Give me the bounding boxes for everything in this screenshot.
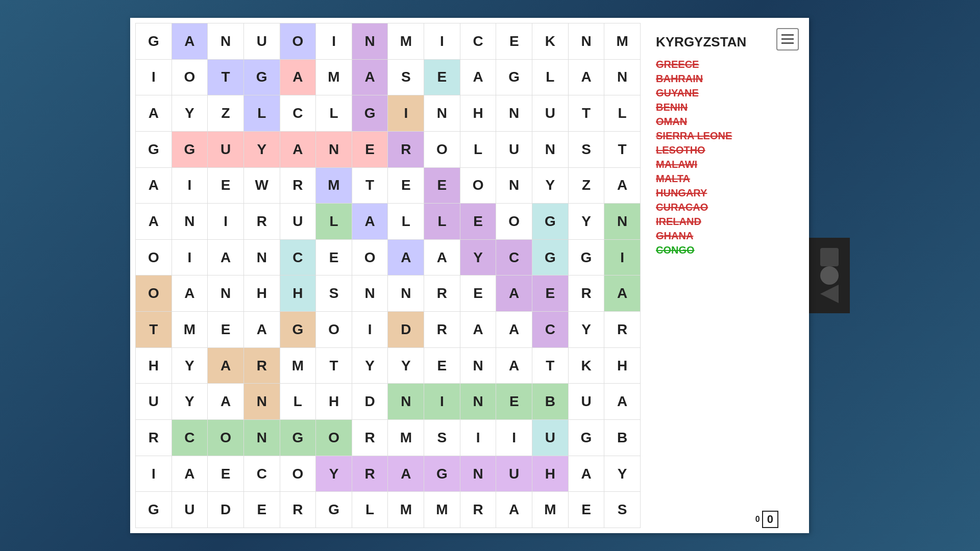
cell-0-6[interactable]: N: [352, 23, 388, 60]
cell-5-7[interactable]: L: [388, 204, 424, 240]
cell-10-13[interactable]: A: [604, 384, 641, 420]
cell-0-9[interactable]: C: [460, 23, 496, 60]
cell-6-11[interactable]: G: [532, 239, 569, 276]
cell-5-0[interactable]: A: [136, 204, 172, 240]
cell-8-10[interactable]: A: [496, 312, 532, 348]
cell-1-8[interactable]: E: [424, 59, 460, 95]
device-circle-button[interactable]: [820, 266, 839, 285]
cell-12-11[interactable]: H: [532, 456, 569, 492]
cell-6-0[interactable]: O: [136, 239, 172, 276]
cell-11-7[interactable]: M: [388, 420, 424, 456]
cell-0-4[interactable]: O: [280, 23, 316, 60]
cell-1-10[interactable]: G: [496, 59, 532, 95]
cell-2-2[interactable]: Z: [208, 95, 244, 132]
cell-5-5[interactable]: L: [316, 204, 352, 240]
cell-12-10[interactable]: U: [496, 456, 532, 492]
cell-1-6[interactable]: A: [352, 59, 388, 95]
cell-1-5[interactable]: M: [316, 59, 352, 95]
cell-1-9[interactable]: A: [460, 59, 496, 95]
cell-12-9[interactable]: N: [460, 456, 496, 492]
cell-2-12[interactable]: T: [568, 95, 604, 132]
cell-9-8[interactable]: E: [424, 347, 460, 384]
cell-12-12[interactable]: A: [568, 456, 604, 492]
cell-4-6[interactable]: T: [352, 167, 388, 204]
cell-7-0[interactable]: O: [136, 276, 172, 312]
cell-9-3[interactable]: R: [243, 347, 280, 384]
cell-1-12[interactable]: A: [568, 59, 604, 95]
cell-7-7[interactable]: N: [388, 276, 424, 312]
cell-0-11[interactable]: K: [532, 23, 569, 60]
cell-10-6[interactable]: D: [352, 384, 388, 420]
cell-11-9[interactable]: I: [460, 420, 496, 456]
cell-11-2[interactable]: O: [208, 420, 244, 456]
cell-3-0[interactable]: G: [136, 131, 172, 167]
cell-4-9[interactable]: O: [460, 167, 496, 204]
cell-3-12[interactable]: S: [568, 131, 604, 167]
cell-2-8[interactable]: N: [424, 95, 460, 132]
cell-8-4[interactable]: G: [280, 312, 316, 348]
cell-11-13[interactable]: B: [604, 420, 641, 456]
cell-3-10[interactable]: U: [496, 131, 532, 167]
cell-3-4[interactable]: A: [280, 131, 316, 167]
cell-5-11[interactable]: G: [532, 204, 569, 240]
cell-9-1[interactable]: Y: [172, 347, 208, 384]
cell-3-5[interactable]: N: [316, 131, 352, 167]
cell-9-11[interactable]: T: [532, 347, 569, 384]
cell-1-7[interactable]: S: [388, 59, 424, 95]
cell-8-1[interactable]: M: [172, 312, 208, 348]
cell-7-8[interactable]: R: [424, 276, 460, 312]
cell-10-5[interactable]: H: [316, 384, 352, 420]
cell-4-11[interactable]: Y: [532, 167, 569, 204]
cell-6-8[interactable]: A: [424, 239, 460, 276]
cell-1-13[interactable]: N: [604, 59, 641, 95]
cell-9-12[interactable]: K: [568, 347, 604, 384]
cell-13-13[interactable]: S: [604, 492, 641, 528]
cell-6-13[interactable]: I: [604, 239, 641, 276]
cell-9-9[interactable]: N: [460, 347, 496, 384]
cell-12-4[interactable]: O: [280, 456, 316, 492]
device-button-top[interactable]: [820, 248, 839, 266]
cell-13-7[interactable]: M: [388, 492, 424, 528]
cell-0-1[interactable]: A: [172, 23, 208, 60]
cell-6-2[interactable]: A: [208, 239, 244, 276]
cell-7-1[interactable]: A: [172, 276, 208, 312]
cell-13-8[interactable]: M: [424, 492, 460, 528]
cell-1-3[interactable]: G: [243, 59, 280, 95]
cell-5-2[interactable]: I: [208, 204, 244, 240]
cell-7-11[interactable]: E: [532, 276, 569, 312]
cell-1-4[interactable]: A: [280, 59, 316, 95]
cell-7-4[interactable]: H: [280, 276, 316, 312]
cell-5-10[interactable]: O: [496, 204, 532, 240]
cell-8-9[interactable]: A: [460, 312, 496, 348]
cell-1-1[interactable]: O: [172, 59, 208, 95]
cell-8-6[interactable]: I: [352, 312, 388, 348]
cell-10-3[interactable]: N: [243, 384, 280, 420]
cell-8-8[interactable]: R: [424, 312, 460, 348]
cell-8-3[interactable]: A: [243, 312, 280, 348]
cell-4-4[interactable]: R: [280, 167, 316, 204]
cell-7-10[interactable]: A: [496, 276, 532, 312]
cell-12-0[interactable]: I: [136, 456, 172, 492]
cell-10-12[interactable]: U: [568, 384, 604, 420]
cell-2-5[interactable]: L: [316, 95, 352, 132]
cell-1-11[interactable]: L: [532, 59, 569, 95]
cell-0-10[interactable]: E: [496, 23, 532, 60]
cell-11-6[interactable]: R: [352, 420, 388, 456]
cell-6-5[interactable]: E: [316, 239, 352, 276]
cell-7-13[interactable]: A: [604, 276, 641, 312]
cell-10-9[interactable]: N: [460, 384, 496, 420]
cell-12-5[interactable]: Y: [316, 456, 352, 492]
cell-10-0[interactable]: U: [136, 384, 172, 420]
cell-3-13[interactable]: T: [604, 131, 641, 167]
cell-13-6[interactable]: L: [352, 492, 388, 528]
cell-1-0[interactable]: I: [136, 59, 172, 95]
cell-0-13[interactable]: M: [604, 23, 641, 60]
cell-9-6[interactable]: Y: [352, 347, 388, 384]
cell-0-2[interactable]: N: [208, 23, 244, 60]
device-back-button[interactable]: [820, 285, 839, 303]
cell-8-7[interactable]: D: [388, 312, 424, 348]
cell-11-1[interactable]: C: [172, 420, 208, 456]
cell-5-3[interactable]: R: [243, 204, 280, 240]
cell-6-7[interactable]: A: [388, 239, 424, 276]
cell-8-13[interactable]: R: [604, 312, 641, 348]
